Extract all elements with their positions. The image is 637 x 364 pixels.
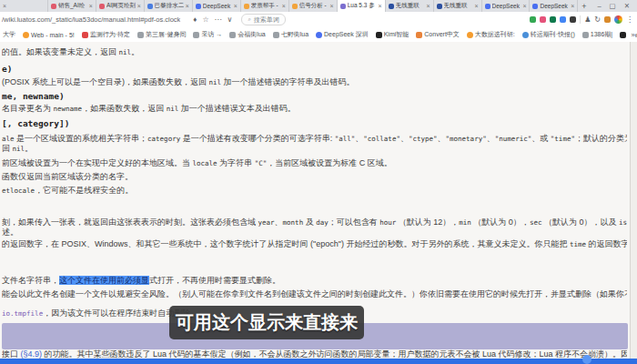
scrollbar[interactable] [630, 42, 637, 359]
bookmark-item[interactable]: 采访 → [193, 30, 222, 39]
bookmark-label: 七野街lua [281, 30, 308, 39]
menu-kebab-icon[interactable]: ⋮ [626, 15, 633, 24]
bookmark-item[interactable]: 转运期刊·快报() [522, 30, 575, 39]
browser-tab[interactable]: 销售_AI绘× [48, 0, 96, 12]
browser-tab[interactable]: DeepSeek× [482, 0, 531, 12]
video-progress-bar[interactable] [0, 359, 637, 364]
bookmark-label: Convert中文 [424, 30, 460, 39]
bookmark-lead-text[interactable]: 大学 [3, 30, 15, 39]
tab-close-icon[interactable]: × [3, 3, 6, 9]
content-line: 刻，如果传入一张表，就返回由这张表表示的时刻。这张表必须包含域 year、mon… [2, 217, 627, 228]
browser-tab[interactable]: AI网页绘刻× [96, 0, 145, 12]
tab-close-icon[interactable]: × [474, 3, 478, 9]
video-progress-knob[interactable] [582, 355, 592, 364]
tab-favicon-icon [147, 4, 153, 9]
content-line: me, newname) [2, 91, 627, 102]
tab-close-icon[interactable]: × [186, 3, 189, 9]
tab-close-icon[interactable]: × [330, 3, 334, 9]
text-segment: month [283, 218, 304, 227]
browser-tab[interactable]: DeepSeek× [193, 0, 241, 12]
content-line: [, category]) [2, 118, 627, 129]
browser-tab[interactable]: 发票帮手 -× [241, 0, 289, 12]
tab-close-icon[interactable]: × [426, 3, 430, 9]
browser-tab[interactable]: Lua 5.3 参× [338, 0, 386, 12]
tab-close-icon[interactable]: × [522, 3, 526, 9]
tab-close-icon[interactable]: × [234, 3, 238, 9]
text-segment: 能会以此文件名创建一个文件以规避安全风险。（别人可能在你拿到文件名到创建该文件之… [2, 289, 627, 298]
extension-icon[interactable] [550, 16, 556, 23]
extension-icon[interactable] [570, 16, 576, 23]
puzzle-extension-icon[interactable]: ♟ [584, 16, 591, 24]
browser-tab[interactable]: 无线重联× [434, 0, 482, 12]
text-segment: "time" [551, 135, 575, 143]
bookmark-item[interactable]: DeepSeek 深圳 [316, 30, 369, 39]
bookmark-favicon-icon [620, 32, 626, 38]
bookmark-favicon-icon [273, 32, 279, 38]
bookmark-item[interactable]: 七野街lua [273, 30, 308, 39]
text-segment: 是一个描述有改变哪个分类的可选字符串: [180, 134, 335, 143]
bookmark-item[interactable]: 第三届·健身间 [137, 30, 186, 39]
bookmark-favicon-icon [467, 32, 473, 38]
bookmark-item[interactable]: Web - main - 5! [23, 30, 75, 39]
tab-label: AI网页绘刻 [106, 2, 136, 10]
bookmark-item[interactable]: 监测行为·待定 [82, 30, 130, 39]
minimize-button-icon[interactable]: – [597, 2, 601, 10]
sync-icon[interactable]: ↻ [594, 16, 601, 24]
browser-tab[interactable]: 巴黎排水二.× [145, 0, 193, 12]
inline-link[interactable]: (§4.9) [21, 349, 43, 359]
text-segment: ，它可能不是线程安全的。 [35, 186, 133, 195]
text-segment: 加一个描述错误的字符串及出错码。 [221, 77, 355, 86]
text-segment: "all" [335, 135, 356, 143]
search-input[interactable]: ⌕ 搜索单词 [241, 14, 285, 25]
url-text[interactable]: /wiki.luatos.com/_static/lua53doc/manual… [0, 15, 180, 24]
selected-text: 这个文件在使用前必须显 [59, 276, 149, 285]
bookmark-item[interactable]: Convert中文 [416, 30, 460, 39]
extension-icon[interactable] [530, 16, 536, 23]
text-segment: 的值。如果该变量未定义，返回 [2, 47, 119, 56]
tab-favicon-icon [340, 4, 346, 9]
content-line: 名目录更名为 newname，如果函数失败，返回 nil 加一个描述错误文本及出… [2, 104, 627, 114]
pin-icon[interactable]: ♦ [193, 15, 197, 24]
chevron-down-icon[interactable]: ∨ [228, 15, 233, 24]
bookmark-item[interactable]: 1386期| [582, 30, 612, 39]
text-segment: year [258, 218, 275, 227]
browser-tab[interactable]: DeepSeek× [530, 0, 578, 12]
more-actions-icon[interactable]: ⋯ [215, 15, 222, 24]
bookmarks-overflow-chevron[interactable]: » [628, 27, 635, 42]
bookmark-star-icon[interactable]: ☆ [202, 15, 208, 24]
close-button-icon[interactable]: ✕ [624, 2, 630, 10]
tab-favicon-icon [389, 4, 394, 9]
address-actions: ♦ ☆ ⋯ ∨ [193, 15, 232, 24]
bookmark-item[interactable]: Kimi智能 [376, 30, 410, 39]
bookmark-label: 转运期刊·快报() [531, 30, 575, 39]
tab-close-icon[interactable]: × [379, 3, 382, 9]
tab-close-icon[interactable]: × [571, 3, 574, 9]
inline-link[interactable]: io.tmpfile [2, 309, 43, 318]
extension-icon[interactable] [560, 16, 566, 23]
browser-tab[interactable]: 无线重联× [386, 0, 434, 12]
tab-close-icon[interactable]: × [137, 3, 141, 9]
text-segment: 。 [131, 47, 139, 56]
profile-avatar[interactable] [614, 15, 622, 24]
maximize-button-icon[interactable]: ▢ [610, 2, 616, 10]
content-line: etlocale，它可能不是线程安全的。 [2, 186, 627, 196]
tab-label: 无线重联 [444, 2, 473, 10]
new-tab-button[interactable]: + [578, 0, 590, 12]
browser-tab[interactable]: × [0, 0, 48, 12]
tab-close-icon[interactable]: × [282, 3, 286, 9]
search-text: 搜索单词 [254, 15, 279, 25]
tab-favicon-icon [485, 4, 490, 9]
browser-tab[interactable]: 信号分析 -× [289, 0, 338, 12]
content-line: e) [2, 64, 627, 75]
extension-icon[interactable] [540, 16, 546, 23]
briefcase-icon[interactable] [604, 16, 611, 23]
tab-label: 无线重联 [396, 2, 425, 10]
text-segment: nil [13, 145, 25, 153]
bookmark-item[interactable]: 会福街lua [229, 30, 265, 39]
tab-favicon-icon [244, 4, 249, 9]
text-segment: （默认为 12）， [396, 217, 459, 227]
bookmark-item[interactable]: 大数据选刊研: [467, 30, 515, 39]
bookmark-label: 会福街lua [238, 30, 265, 39]
tab-close-icon[interactable]: × [89, 3, 93, 9]
bookmark-label: Kimi智能 [384, 30, 410, 39]
